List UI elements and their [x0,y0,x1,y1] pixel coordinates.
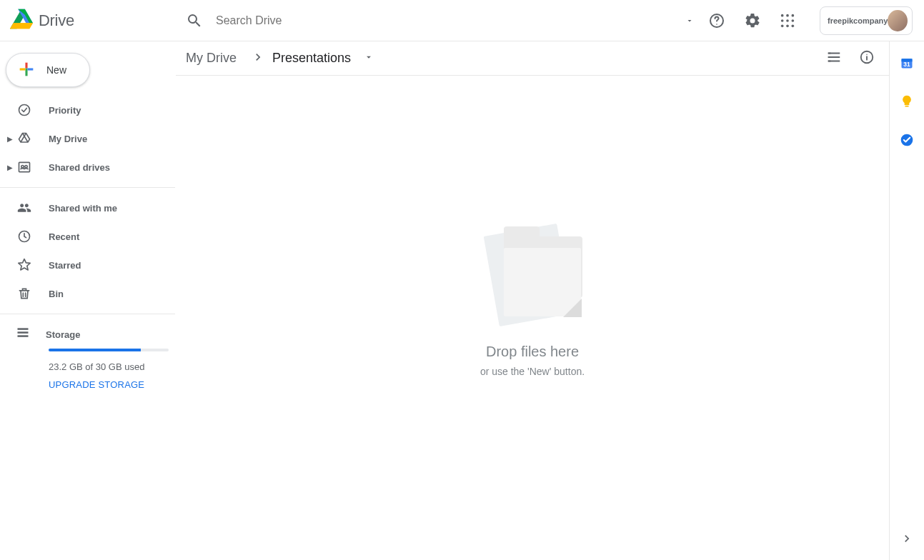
empty-state: Drop files here or use the 'New' button. [176,76,889,560]
search-wrap [176,4,708,37]
svg-point-14 [792,24,795,27]
side-panel: 31 [890,41,924,560]
search-input[interactable] [216,14,637,27]
header-icons: freepikcompany [708,6,918,35]
sidebar-item-bin[interactable]: Bin [0,279,175,308]
app-title: Drive [39,11,74,30]
sidebar-item-shareddrives[interactable]: ▶ Shared drives [0,153,175,181]
svg-point-12 [781,24,784,27]
svg-point-13 [786,24,789,27]
search-box[interactable] [176,4,647,37]
sidebar-item-mydrive[interactable]: ▶ My Drive [0,124,175,153]
sidebar: New Priority ▶ My Drive ▶ Shared drives [0,41,176,560]
gear-icon[interactable] [744,12,761,29]
toolbar: My Drive Presentations [176,41,889,76]
empty-subtitle: or use the 'New' button. [480,366,585,377]
new-button[interactable]: New [6,53,90,87]
sidebar-item-label: Shared drives [49,162,110,173]
storage-fill [49,349,141,351]
storage-label: Storage [46,329,80,340]
people-icon [16,201,33,215]
clock-icon [16,229,33,244]
svg-point-9 [781,19,784,22]
drive-logo-icon [10,8,33,34]
shared-drives-icon [16,160,33,174]
apps-grid-icon[interactable] [780,13,795,29]
sidebar-item-starred[interactable]: Starred [0,251,175,279]
sidebar-item-sharedwithme[interactable]: Shared with me [0,194,175,222]
tasks-icon[interactable] [900,133,914,147]
sidebar-item-label: Priority [49,105,81,116]
trash-icon [16,286,33,301]
storage-block: Storage 23.2 GB of 30 GB used UPGRADE ST… [0,320,175,390]
svg-rect-23 [828,52,831,54]
svg-rect-16 [19,162,30,171]
search-icon[interactable] [186,12,203,29]
svg-rect-32 [905,106,909,107]
main: My Drive Presentations Drop files her [176,41,890,560]
svg-point-7 [786,14,789,16]
breadcrumb-root[interactable]: My Drive [186,51,237,66]
expand-icon[interactable]: ▶ [4,164,16,171]
svg-point-18 [25,166,27,168]
avatar [888,10,908,31]
sidebar-item-storage[interactable]: Storage [16,320,175,349]
storage-bar [49,349,169,351]
sidebar-item-label: Shared with me [49,203,117,214]
logo-wrap[interactable]: Drive [10,8,176,34]
svg-rect-25 [828,60,831,61]
info-icon[interactable] [859,49,875,68]
calendar-icon[interactable]: 31 [900,56,914,70]
sidebar-item-recent[interactable]: Recent [0,222,175,251]
account-chip[interactable]: freepikcompany [820,6,913,35]
svg-rect-20 [18,328,29,330]
help-icon[interactable] [708,12,725,29]
divider [0,187,175,188]
svg-point-6 [781,14,784,16]
search-options-dropdown-icon[interactable] [685,16,694,25]
priority-icon [16,103,33,117]
svg-rect-21 [18,331,29,334]
keep-icon[interactable] [900,94,914,109]
svg-point-11 [792,19,795,22]
upgrade-storage-link[interactable]: UPGRADE STORAGE [49,379,175,390]
divider [0,314,175,314]
new-button-label: New [46,64,66,76]
storage-icon [16,326,30,343]
sidebar-item-label: Starred [49,260,81,271]
sidebar-item-priority[interactable]: Priority [0,96,175,124]
sidebar-item-label: My Drive [49,134,87,144]
collapse-panel-icon[interactable] [900,531,914,549]
svg-rect-24 [828,56,831,58]
svg-point-15 [19,105,30,116]
svg-rect-22 [18,335,29,337]
plus-icon [16,59,36,81]
storage-used-text: 23.2 GB of 30 GB used [49,361,175,372]
breadcrumb-current[interactable]: Presentations [272,51,351,66]
header: Drive freepikcompany [0,0,924,41]
svg-point-5 [716,24,717,25]
list-view-icon[interactable] [826,49,842,68]
svg-point-17 [21,166,24,168]
chevron-right-icon [251,50,265,67]
star-icon [16,258,33,272]
svg-point-10 [786,19,789,22]
account-brand: freepikcompany [828,16,888,25]
svg-point-28 [866,54,867,54]
svg-text:31: 31 [903,61,910,68]
svg-marker-2 [10,23,33,29]
empty-title: Drop files here [486,344,579,360]
svg-point-8 [792,14,795,16]
breadcrumb-dropdown-icon[interactable] [364,52,374,65]
sidebar-item-label: Bin [49,289,64,299]
mydrive-icon [16,131,33,146]
sidebar-item-label: Recent [49,231,79,242]
expand-icon[interactable]: ▶ [4,135,16,143]
empty-illustration [482,216,582,331]
